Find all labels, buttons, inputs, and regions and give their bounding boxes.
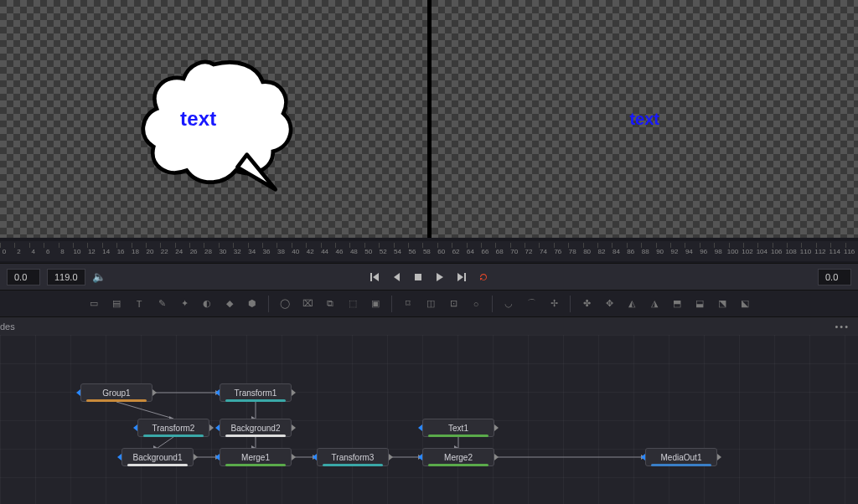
node-text1[interactable]: Text1 [422,419,494,437]
timecode-out[interactable]: 119.0 [47,269,85,285]
tool-image3d-icon[interactable]: ◮ [644,295,664,313]
tool-planar-icon[interactable]: ○ [466,295,486,313]
viewer-b-text: text [629,110,659,129]
flow-graph[interactable]: Group1Transform1Transform2Background2Bac… [0,335,858,504]
tool-matte-icon[interactable]: ⧉ [320,295,340,313]
tool-fog-icon[interactable]: ⬕ [735,295,755,313]
tool-tracker-icon[interactable]: ⊡ [443,295,463,313]
node-label: Merge1 [241,453,270,462]
nodes-panel-label: des [0,321,15,332]
node-background1[interactable]: Background1 [121,448,194,466]
node-transform2[interactable]: Transform2 [137,419,209,437]
viewer-a[interactable]: text [0,0,428,238]
step-back-button[interactable] [390,271,402,283]
timeline-ruler[interactable]: 0246810121416182022242628303234363840424… [0,241,858,261]
tool-brightcontrast-icon[interactable]: ✦ [174,295,194,313]
node-transform3[interactable]: Transform3 [317,448,389,466]
node-label: Transform1 [235,388,277,398]
svg-rect-0 [415,274,421,280]
node-group1[interactable]: Group1 [80,383,152,402]
tool-background-icon[interactable]: ▭ [84,295,104,313]
tool-resize-icon[interactable]: ▣ [365,295,385,313]
nodes-panel-menu-icon[interactable]: ••• [835,321,858,332]
node-label: Group1 [102,388,130,398]
viewer-b[interactable]: text [432,0,859,238]
go-last-button[interactable] [456,271,468,283]
tool-text-icon[interactable]: T [129,295,149,313]
node-label: Background2 [231,424,281,433]
tool-shape-icon[interactable]: ✤ [576,295,597,313]
node-label: Merge2 [444,453,473,462]
tool-merge-icon[interactable]: ⌧ [297,295,318,313]
transport-bar: 0.0 119.0 🔈 0.0 [0,263,858,290]
node-label: Transform2 [152,424,195,433]
loop-button[interactable] [478,271,489,283]
node-label: Text1 [448,424,468,433]
tool-transform-icon[interactable]: ◫ [421,295,441,313]
node-merge2[interactable]: Merge2 [422,448,494,466]
viewer-a-text: text [180,107,216,131]
tool-render3d-icon[interactable]: ⬔ [712,295,732,313]
node-label: Transform3 [332,453,375,462]
node-background2[interactable]: Background2 [220,419,292,437]
tool-particles-icon[interactable]: ◡ [499,295,519,313]
tool-colorcurves-icon[interactable]: ◐ [197,295,217,313]
tool-mask-icon[interactable]: ✎ [152,295,172,313]
tool-paint-icon[interactable]: ▤ [106,295,127,313]
speaker-icon[interactable]: 🔈 [92,270,106,283]
go-first-button[interactable] [369,271,380,283]
node-merge1[interactable]: Merge1 [220,448,292,466]
tool-channel-icon[interactable]: ⬚ [343,295,363,313]
speech-bubble-graphic: text [134,50,293,193]
node-mediaout1[interactable]: MediaOut1 [645,448,717,466]
play-button[interactable] [434,271,446,283]
nodes-panel-header: des ••• [0,316,858,335]
node-transform1[interactable]: Transform1 [220,383,292,402]
tool-text3d-icon[interactable]: ◭ [622,295,642,313]
timecode-in[interactable]: 0.0 [7,269,40,285]
svg-line-3 [116,402,173,419]
tool-crop-icon[interactable]: ⌑ [398,295,418,313]
node-toolbar: ▭▤T✎✦◐◆⬢◯⌧⧉⬚▣⌑◫⊡○◡⌒✢✤✥◭◮⬒⬓⬔⬕ [0,290,858,316]
tool-light-icon[interactable]: ⬓ [690,295,710,313]
tool-camera-icon[interactable]: ◯ [275,295,295,313]
timecode-current[interactable]: 0.0 [818,269,851,285]
stop-button[interactable] [412,271,424,283]
tool-camera3d-icon[interactable]: ⬒ [667,295,687,313]
tool-srender-icon[interactable]: ✥ [599,295,619,313]
node-label: MediaOut1 [661,453,702,462]
tool-pemitter-icon[interactable]: ⌒ [521,295,541,313]
tool-blur-icon[interactable]: ⬢ [242,295,262,313]
node-label: Background1 [133,453,183,462]
svg-line-7 [158,437,173,448]
tool-prender-icon[interactable]: ✢ [544,295,564,313]
tool-hue-icon[interactable]: ◆ [220,295,240,313]
